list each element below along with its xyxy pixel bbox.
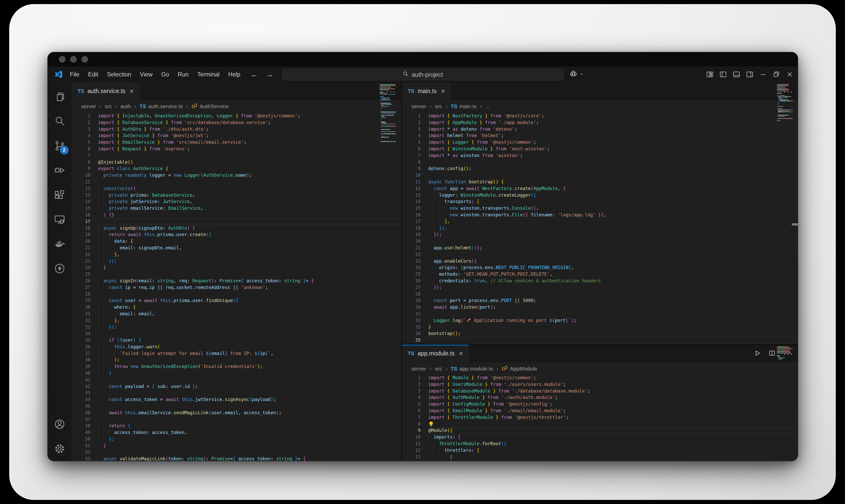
code-token: '@nestjs/common' bbox=[490, 375, 533, 380]
code-token: ; bbox=[273, 397, 276, 402]
activitybar-remote-explorer[interactable] bbox=[48, 207, 72, 232]
traffic-light-close[interactable] bbox=[59, 56, 66, 62]
code-editor[interactable]: 1import { Module } from '@nestjs/common'… bbox=[402, 375, 798, 461]
minimap-token bbox=[777, 353, 779, 354]
code-line-content: private readonly logger = new Logger(Aut… bbox=[98, 172, 401, 179]
minimap-token bbox=[384, 106, 386, 107]
menu-terminal[interactable]: Terminal bbox=[193, 71, 224, 78]
activitybar-thunder-client[interactable] bbox=[48, 256, 72, 281]
code-editor[interactable]: 1import { Injectable, UnauthorizedExcept… bbox=[72, 113, 401, 461]
menu-run[interactable]: Run bbox=[173, 71, 193, 78]
minimap-token bbox=[784, 351, 789, 352]
toggle-sidebar-right-icon[interactable] bbox=[743, 67, 756, 82]
activitybar-docker[interactable] bbox=[48, 232, 72, 256]
code-token: . bbox=[450, 318, 452, 323]
back-arrow-icon[interactable]: ← bbox=[251, 70, 258, 79]
minimap[interactable] bbox=[380, 84, 396, 142]
breadcrumb-item[interactable]: TSmain.ts bbox=[451, 103, 477, 109]
code-token: . bbox=[203, 298, 206, 303]
code-line: 8@Injectable() bbox=[72, 159, 401, 166]
activitybar-accounts[interactable] bbox=[48, 412, 72, 436]
minimap-token bbox=[788, 97, 788, 98]
code-token: * bbox=[447, 127, 452, 132]
breadcrumb-label: main.ts bbox=[459, 103, 477, 109]
line-number: 7 bbox=[402, 414, 428, 421]
minimap-token bbox=[777, 87, 779, 88]
minimap-token bbox=[790, 347, 791, 348]
menu-edit[interactable]: Edit bbox=[84, 71, 103, 78]
tab-app.module.ts[interactable]: TSapp.module.ts× bbox=[402, 345, 469, 362]
breadcrumb-item[interactable]: src bbox=[105, 103, 112, 109]
traffic-light-zoom[interactable] bbox=[81, 56, 88, 62]
code-token: } bbox=[469, 140, 474, 145]
copilot-menu[interactable] bbox=[569, 67, 584, 82]
menu-view[interactable]: View bbox=[135, 71, 157, 78]
breadcrumb-item[interactable]: server bbox=[411, 366, 426, 372]
breadcrumb-item[interactable]: TSauth.service.ts bbox=[139, 103, 183, 109]
activitybar-run-debug[interactable] bbox=[48, 158, 72, 183]
tab-auth.service.ts[interactable]: TSauth.service.ts× bbox=[72, 82, 139, 100]
code-token: AuthService bbox=[133, 166, 163, 171]
close-icon[interactable] bbox=[783, 67, 796, 82]
breadcrumb-item[interactable]: server bbox=[81, 103, 96, 109]
forward-arrow-icon[interactable]: → bbox=[266, 70, 273, 79]
minimap-token bbox=[381, 108, 381, 109]
minimap[interactable] bbox=[777, 346, 793, 361]
line-number: 53 bbox=[72, 456, 98, 461]
close-tab-icon[interactable]: × bbox=[459, 349, 463, 358]
code-token: [ bbox=[458, 434, 461, 439]
window-title-strip[interactable] bbox=[48, 52, 798, 67]
menu-file[interactable]: File bbox=[66, 71, 84, 78]
menu-selection[interactable]: Selection bbox=[103, 71, 136, 78]
code-token: < bbox=[230, 456, 233, 461]
run-icon[interactable] bbox=[754, 349, 761, 358]
restore-icon[interactable] bbox=[770, 67, 783, 82]
code-editor[interactable]: 1import { NestFactory } from '@nestjs/co… bbox=[402, 113, 798, 344]
breadcrumb-item[interactable]: TSapp.module.ts bbox=[451, 366, 493, 372]
code-line: 31email: email, bbox=[72, 311, 401, 317]
minimap[interactable] bbox=[777, 84, 793, 122]
split-icon[interactable] bbox=[769, 349, 776, 358]
activitybar-extensions[interactable] bbox=[48, 183, 72, 207]
menu-help[interactable]: Help bbox=[224, 71, 245, 78]
activitybar-search[interactable] bbox=[48, 109, 72, 133]
breadcrumb-item[interactable]: server bbox=[411, 103, 426, 109]
command-center-search[interactable]: auth-project bbox=[282, 69, 564, 80]
code-token bbox=[308, 278, 311, 283]
code-token: await bbox=[466, 186, 482, 191]
activitybar-explorer[interactable] bbox=[48, 84, 72, 109]
code-line-content: import { Module } from '@nestjs/common'; bbox=[428, 375, 798, 381]
line-number: 33 bbox=[402, 324, 428, 331]
minimize-icon[interactable] bbox=[756, 67, 770, 82]
code-token: string bbox=[276, 456, 292, 461]
traffic-light-minimize[interactable] bbox=[70, 56, 77, 62]
breadcrumb-item[interactable]: src bbox=[435, 103, 442, 109]
close-tab-icon[interactable]: × bbox=[130, 87, 134, 95]
activitybar-settings[interactable] bbox=[48, 436, 72, 461]
code-line-content bbox=[98, 271, 401, 278]
close-tab-icon[interactable]: × bbox=[441, 87, 445, 95]
customize-layout-icon[interactable] bbox=[703, 67, 717, 82]
line-number: 39 bbox=[72, 363, 98, 370]
code-token: listen bbox=[461, 305, 477, 310]
breadcrumb-item[interactable]: ... bbox=[485, 103, 490, 109]
code-token: 'nest-winston' bbox=[509, 146, 547, 151]
minimap-token bbox=[383, 93, 386, 94]
tab-main.ts[interactable]: TSmain.ts× bbox=[402, 82, 451, 100]
minimap-token bbox=[380, 139, 381, 140]
scrollbar-thumb[interactable] bbox=[792, 223, 798, 226]
breadcrumb-item[interactable]: AuthService bbox=[191, 103, 229, 110]
toggle-sidebar-left-icon[interactable] bbox=[717, 67, 730, 82]
breadcrumb-item[interactable]: AppModule bbox=[502, 365, 537, 373]
menu-go[interactable]: Go bbox=[157, 71, 174, 78]
code-token: ; bbox=[555, 395, 558, 400]
minimap-token bbox=[389, 111, 391, 112]
code-token: throttlers bbox=[444, 448, 471, 453]
breadcrumb-item[interactable]: auth bbox=[121, 103, 131, 109]
code-token: ( bbox=[209, 410, 211, 415]
activitybar-source-control[interactable]: 2 bbox=[48, 133, 72, 158]
toggle-panel-bottom-icon[interactable] bbox=[730, 67, 743, 82]
breadcrumb-item[interactable]: src bbox=[435, 366, 442, 372]
code-token: ({ bbox=[523, 212, 528, 217]
line-number: 3 bbox=[402, 126, 428, 133]
